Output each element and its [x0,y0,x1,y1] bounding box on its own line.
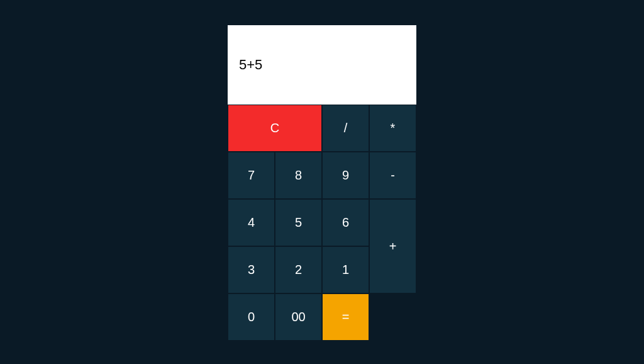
right-column: * - + [369,105,416,341]
equals-button[interactable]: = [322,293,369,341]
divide-button[interactable]: / [322,105,369,152]
four-button[interactable]: 4 [228,199,275,246]
eight-button[interactable]: 8 [275,152,322,199]
clear-button[interactable]: C [228,105,322,152]
minus-button[interactable]: - [369,152,416,199]
one-button[interactable]: 1 [322,246,369,293]
multiply-button[interactable]: * [369,105,416,152]
seven-button[interactable]: 7 [228,152,275,199]
left-column: C / 7 8 9 4 5 6 3 2 1 0 00 = [228,105,369,341]
doublezero-button[interactable]: 00 [275,293,322,341]
button-area: C / 7 8 9 4 5 6 3 2 1 0 00 = [228,105,416,341]
five-button[interactable]: 5 [275,199,322,246]
three-button[interactable]: 3 [228,246,275,293]
display-value: 5+5 [239,57,262,73]
zero-button[interactable]: 0 [228,293,275,341]
calculator-display: 5+5 [228,25,416,105]
calculator: 5+5 C / 7 8 9 4 5 6 3 2 1 0 [228,25,416,341]
nine-button[interactable]: 9 [322,152,369,199]
two-button[interactable]: 2 [275,246,322,293]
six-button[interactable]: 6 [322,199,369,246]
plus-button[interactable]: + [369,199,416,293]
